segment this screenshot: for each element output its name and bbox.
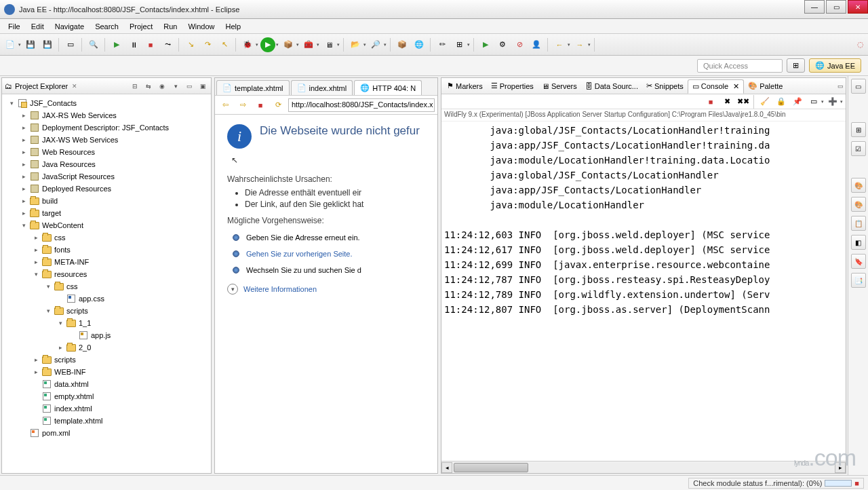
menu-project[interactable]: Project	[124, 20, 158, 33]
tree-node[interactable]: ▾WebContent	[3, 219, 210, 231]
restore-view-icon[interactable]: ▭	[851, 79, 866, 94]
display-console-icon[interactable]: ▭	[806, 94, 821, 109]
stop-job-icon[interactable]: ■	[854, 479, 859, 487]
step-over-icon[interactable]: ↷	[200, 37, 215, 52]
zoom-icon[interactable]: 🔍	[86, 37, 101, 52]
debug-icon[interactable]: 🐞	[240, 37, 255, 52]
pin-console-icon[interactable]: 📌	[790, 94, 805, 109]
tree-node[interactable]: ▸Web Resources	[3, 146, 210, 158]
tree-node[interactable]: template.xhtml	[3, 415, 210, 427]
expand-icon[interactable]: ▾	[6, 100, 17, 107]
forward-nav-icon[interactable]: →	[572, 37, 587, 52]
tree-node[interactable]: ▸Deployment Descriptor: JSF_Contacts	[3, 121, 210, 134]
tab-console[interactable]: ▭Console✕	[688, 79, 744, 94]
tree-node[interactable]: app.css	[3, 293, 210, 305]
menu-edit[interactable]: Edit	[26, 20, 50, 33]
external-tools-icon[interactable]: 🧰	[301, 37, 316, 52]
clear-console-icon[interactable]: 🧹	[757, 94, 772, 109]
menu-window[interactable]: Window	[182, 20, 220, 33]
tree-node[interactable]: ▾JSF_Contacts	[3, 97, 210, 109]
expand-icon[interactable]: ▸	[18, 136, 29, 143]
tree-node[interactable]: ▸scripts	[3, 354, 210, 366]
tree-node[interactable]: pom.xml	[3, 427, 210, 439]
step-return-icon[interactable]: ↖	[217, 37, 232, 52]
tab-markers[interactable]: ⚑Markers	[443, 79, 487, 92]
cheatsheet-icon[interactable]: 📋	[851, 216, 866, 231]
console-output[interactable]: java:global/JSF_Contacts/LocationHandler…	[441, 121, 846, 461]
address-bar[interactable]: http://localhost:8080/JSF_Contacts/index…	[288, 98, 435, 112]
expand-icon[interactable]: ▸	[18, 124, 29, 131]
tree-node[interactable]: ▸JavaScript Resources	[3, 170, 210, 183]
expand-icon[interactable]: ▾	[18, 222, 29, 229]
tree-node[interactable]: ▸Java Resources	[3, 158, 210, 170]
terminate-icon[interactable]: ■	[703, 94, 718, 109]
toggle-mark-icon[interactable]: ✏	[435, 37, 450, 52]
action-item[interactable]: Gehen Sie zur vorherigen Seite.	[233, 250, 425, 258]
scroll-thumb[interactable]	[454, 463, 528, 472]
open-perspective-button[interactable]: ⊞	[787, 58, 805, 73]
tree-node[interactable]: ▸build	[3, 195, 210, 207]
focus-task-icon[interactable]: ◉	[157, 81, 167, 92]
browser-stop-icon[interactable]: ■	[253, 98, 268, 113]
palette-view-icon[interactable]: 🎨	[851, 178, 866, 193]
profile-icon[interactable]: ⚙	[495, 37, 510, 52]
save-icon[interactable]: 💾	[23, 37, 38, 52]
tree-node[interactable]: ▸JAX-WS Web Services	[3, 134, 210, 146]
action-link[interactable]: Gehen Sie zur vorherigen Seite.	[246, 250, 353, 258]
expand-icon[interactable]: ▾	[55, 320, 66, 326]
task-icon[interactable]: 📑	[851, 273, 866, 288]
bookmark-icon[interactable]: 🔖	[851, 254, 866, 269]
collapse-all-icon[interactable]: ⊟	[130, 81, 140, 92]
open-web-icon[interactable]: 🌐	[412, 37, 427, 52]
expand-icon[interactable]: ▸	[18, 149, 29, 155]
close-view-icon[interactable]: ✕	[733, 82, 739, 91]
project-tree[interactable]: ▾JSF_Contacts▸JAX-RS Web Services▸Deploy…	[2, 94, 211, 473]
expand-icon[interactable]: ▾	[43, 283, 54, 290]
tab-snippets[interactable]: ✂Snippets	[642, 79, 688, 92]
browser-refresh-icon[interactable]: ⟳	[271, 98, 285, 113]
tab-properties[interactable]: ☰Properties	[487, 79, 538, 92]
open-console-icon[interactable]: ➕	[825, 94, 840, 109]
run-on-server-icon[interactable]: 📦	[281, 37, 296, 52]
tab-data-source[interactable]: 🗄Data Sourc...	[581, 80, 642, 92]
expand-icon[interactable]: ▸	[18, 161, 29, 168]
remove-launch-icon[interactable]: ✖	[719, 94, 734, 109]
expand-icon[interactable]: ▸	[18, 112, 29, 119]
tree-node[interactable]: ▾resources	[3, 268, 210, 280]
new-package-icon[interactable]: 📦	[395, 37, 410, 52]
close-button[interactable]: ✕	[848, 0, 868, 14]
menu-run[interactable]: Run	[158, 20, 182, 33]
pause-icon[interactable]: ⏸	[126, 37, 141, 52]
tree-node[interactable]: data.xhtml	[3, 378, 210, 390]
console-icon[interactable]: ▭	[63, 37, 78, 52]
expand-icon[interactable]: ▸	[31, 234, 41, 241]
search-icon[interactable]: 🔎	[368, 37, 383, 52]
tree-node[interactable]: ▾css	[3, 280, 210, 293]
chevron-down-icon[interactable]: ▾	[227, 284, 238, 295]
new-server-icon[interactable]: 🖥	[321, 37, 336, 52]
view-menu-icon[interactable]: ▾	[170, 81, 181, 92]
menu-help[interactable]: Help	[220, 20, 247, 33]
close-view-icon[interactable]: ✕	[72, 83, 77, 90]
tab-palette[interactable]: 🎨Palette	[744, 79, 787, 92]
scroll-left-icon[interactable]: ◂	[441, 462, 452, 473]
progress-icon[interactable]: ◌	[853, 37, 868, 52]
minimize-button[interactable]: —	[804, 0, 825, 14]
maximize-button[interactable]: ▭	[826, 0, 846, 14]
expand-icon[interactable]: ▸	[31, 246, 41, 253]
resume-icon[interactable]: ▶	[109, 37, 124, 52]
tree-node[interactable]: ▸fonts	[3, 244, 210, 256]
expand-icon[interactable]: ▸	[18, 173, 29, 180]
minimize-view-icon[interactable]: ▭	[184, 81, 195, 92]
expand-icon[interactable]: ▾	[43, 307, 54, 314]
expand-icon[interactable]: ▸	[55, 344, 66, 351]
toggle-block-icon[interactable]: ⊞	[452, 37, 467, 52]
scroll-lock-icon[interactable]: 🔒	[774, 94, 789, 109]
tree-node[interactable]: ▸css	[3, 231, 210, 244]
tab-index[interactable]: 📄index.xhtml	[291, 80, 353, 95]
tree-node[interactable]: app.js	[3, 329, 210, 341]
save-all-icon[interactable]: 💾	[40, 37, 55, 52]
expand-icon[interactable]: ▸	[18, 197, 29, 204]
tree-node[interactable]: ▸WEB-INF	[3, 366, 210, 378]
tab-http404[interactable]: 🌐HTTP 404: N	[354, 80, 422, 95]
